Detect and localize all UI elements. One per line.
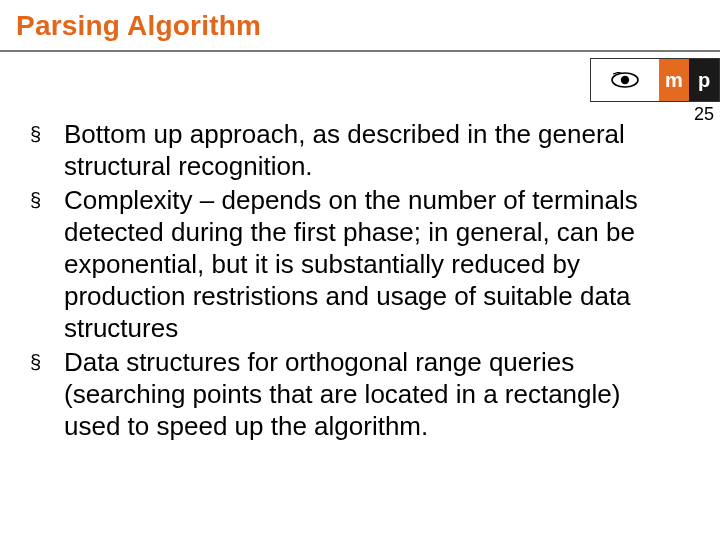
svg-point-1 bbox=[621, 76, 629, 84]
logo-eye-box bbox=[591, 59, 659, 101]
bullet-icon: § bbox=[28, 346, 64, 378]
slide: Parsing Algorithm m p 25 § Bottom up app… bbox=[0, 0, 720, 540]
bullet-text: Bottom up approach, as described in the … bbox=[64, 118, 638, 182]
eye-icon bbox=[610, 72, 640, 88]
title-underline bbox=[0, 50, 720, 52]
bullet-icon: § bbox=[28, 184, 64, 216]
slide-title: Parsing Algorithm bbox=[16, 10, 261, 42]
bullet-icon: § bbox=[28, 118, 64, 150]
list-item: § Bottom up approach, as described in th… bbox=[28, 118, 638, 182]
logo-letter-m: m bbox=[659, 59, 689, 101]
logo-letters: m p bbox=[659, 59, 719, 101]
bullet-text: Data structures for orthogonal range que… bbox=[64, 346, 638, 442]
list-item: § Complexity – depends on the number of … bbox=[28, 184, 638, 344]
bullet-text: Complexity – depends on the number of te… bbox=[64, 184, 638, 344]
page-number: 25 bbox=[694, 104, 714, 125]
logo-letter-p: p bbox=[689, 59, 719, 101]
bullet-list: § Bottom up approach, as described in th… bbox=[28, 118, 638, 444]
list-item: § Data structures for orthogonal range q… bbox=[28, 346, 638, 442]
logo: m p bbox=[590, 58, 720, 102]
